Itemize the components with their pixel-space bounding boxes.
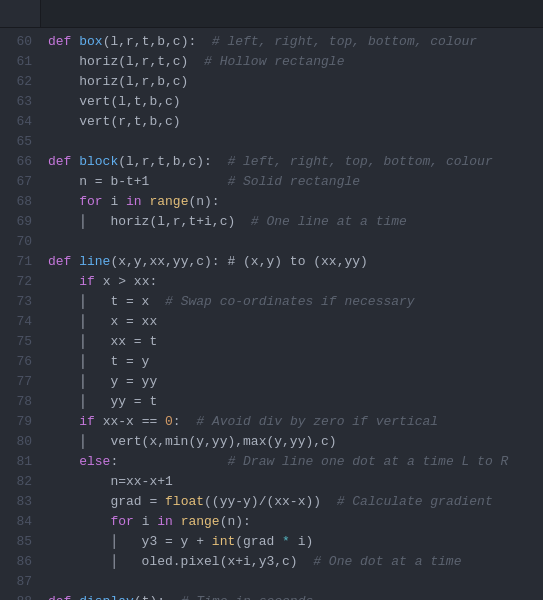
token-pn: horiz(l,r,b,c) [48, 74, 188, 89]
token-cm: # Swap co-ordinates if necessary [149, 294, 414, 309]
code-line: │ y3 = y + int(grad * i) [48, 532, 543, 552]
code-line: horiz(l,r,b,c) [48, 72, 543, 92]
token-cm: # Solid rectangle [149, 174, 360, 189]
token-pn: (x,y,xx,yy,c): # (x,y) to (xx,yy) [110, 254, 367, 269]
code-line: vert(r,t,b,c) [48, 112, 543, 132]
token-pn: │ x = xx [48, 314, 157, 329]
token-kw: in [126, 194, 142, 209]
line-number: 88 [0, 592, 32, 600]
code-line: grad = float((yy-y)/(xx-x)) # Calculate … [48, 492, 543, 512]
token-cm: # left, right, top, bottom, colour [196, 34, 477, 49]
line-number: 72 [0, 272, 32, 292]
code-line: vert(l,t,b,c) [48, 92, 543, 112]
token-pn: n=xx-x+1 [48, 474, 173, 489]
line-number: 61 [0, 52, 32, 72]
token-pn: │ horiz(l,r,t+i,c) [48, 214, 235, 229]
code-line [48, 232, 543, 252]
token-pn [48, 194, 79, 209]
line-number: 85 [0, 532, 32, 552]
token-pn [48, 514, 110, 529]
token-pn: (n): [220, 514, 251, 529]
line-number: 80 [0, 432, 32, 452]
code-lines: def box(l,r,t,b,c): # left, right, top, … [40, 28, 543, 600]
code-area: 6061626364656667686970717273747576777879… [0, 28, 543, 600]
token-cm: # Hollow rectangle [188, 54, 344, 69]
token-pn: │ xx = t [48, 334, 157, 349]
line-number: 75 [0, 332, 32, 352]
token-pn: (l,r,t,b,c): [103, 34, 197, 49]
token-kw: if [79, 274, 95, 289]
token-pn: x > xx: [95, 274, 157, 289]
token-kw: def [48, 154, 79, 169]
token-fn: display [79, 594, 134, 600]
token-nm: 0 [165, 414, 173, 429]
token-kw: in [157, 514, 173, 529]
code-line: for i in range(n): [48, 512, 543, 532]
token-cm: # Calculate gradient [321, 494, 493, 509]
token-kw: for [79, 194, 102, 209]
token-fn: block [79, 154, 118, 169]
token-pn: horiz(l,r,t,c) [48, 54, 188, 69]
tab-close-icon[interactable] [16, 7, 30, 21]
token-pn: vert(r,t,b,c) [48, 114, 181, 129]
code-line [48, 572, 543, 592]
token-pn: (n): [188, 194, 219, 209]
code-line [48, 132, 543, 152]
code-line: │ xx = t [48, 332, 543, 352]
line-number: 68 [0, 192, 32, 212]
code-line: def box(l,r,t,b,c): # left, right, top, … [48, 32, 543, 52]
line-number: 73 [0, 292, 32, 312]
line-numbers: 6061626364656667686970717273747576777879… [0, 28, 40, 600]
token-cm: # Avoid div by zero if vertical [181, 414, 438, 429]
code-line: def display(t): # Time in seconds [48, 592, 543, 600]
line-number: 82 [0, 472, 32, 492]
token-pn: │ vert(x,min(y,yy),max(y,yy),c) [48, 434, 337, 449]
token-pn: n = b-t+1 [48, 174, 149, 189]
line-number: 87 [0, 572, 32, 592]
token-bi: range [181, 514, 220, 529]
code-line: │ yy = t [48, 392, 543, 412]
token-pn: │ y3 = y + [48, 534, 212, 549]
token-fn: box [79, 34, 102, 49]
token-pn: vert(l,t,b,c) [48, 94, 181, 109]
code-line: │ horiz(l,r,t+i,c) # One line at a time [48, 212, 543, 232]
code-line: else: # Draw line one dot at a time L to… [48, 452, 543, 472]
token-kw: def [48, 254, 79, 269]
code-line: def block(l,r,t,b,c): # left, right, top… [48, 152, 543, 172]
line-number: 62 [0, 72, 32, 92]
line-number: 76 [0, 352, 32, 372]
line-number: 77 [0, 372, 32, 392]
tab-file[interactable] [0, 0, 41, 27]
line-number: 63 [0, 92, 32, 112]
line-number: 78 [0, 392, 32, 412]
code-line: n=xx-x+1 [48, 472, 543, 492]
token-pn: ((yy-y)/(xx-x)) [204, 494, 321, 509]
token-kw: if [79, 414, 95, 429]
token-pn: (t): [134, 594, 165, 600]
token-bi: range [149, 194, 188, 209]
token-pn: (grad [235, 534, 282, 549]
line-number: 64 [0, 112, 32, 132]
token-pn: xx-x == [95, 414, 165, 429]
line-number: 60 [0, 32, 32, 52]
code-line: horiz(l,r,t,c) # Hollow rectangle [48, 52, 543, 72]
token-kw: def [48, 34, 79, 49]
line-number: 84 [0, 512, 32, 532]
token-op: * [282, 534, 290, 549]
token-cm: # left, right, top, bottom, colour [212, 154, 493, 169]
token-pn: │ y = yy [48, 374, 157, 389]
token-cm: # One dot at a time [298, 554, 462, 569]
token-cm: # Time in seconds [165, 594, 313, 600]
token-cm: # Draw line one dot at a time L to R [118, 454, 508, 469]
line-number: 81 [0, 452, 32, 472]
token-pn [173, 514, 181, 529]
token-kw: def [48, 594, 79, 600]
code-line: │ vert(x,min(y,yy),max(y,yy),c) [48, 432, 543, 452]
line-number: 65 [0, 132, 32, 152]
line-number: 83 [0, 492, 32, 512]
token-pn [48, 454, 79, 469]
code-line: │ t = y [48, 352, 543, 372]
token-bi: int [212, 534, 235, 549]
token-pn [48, 414, 79, 429]
code-line: if x > xx: [48, 272, 543, 292]
